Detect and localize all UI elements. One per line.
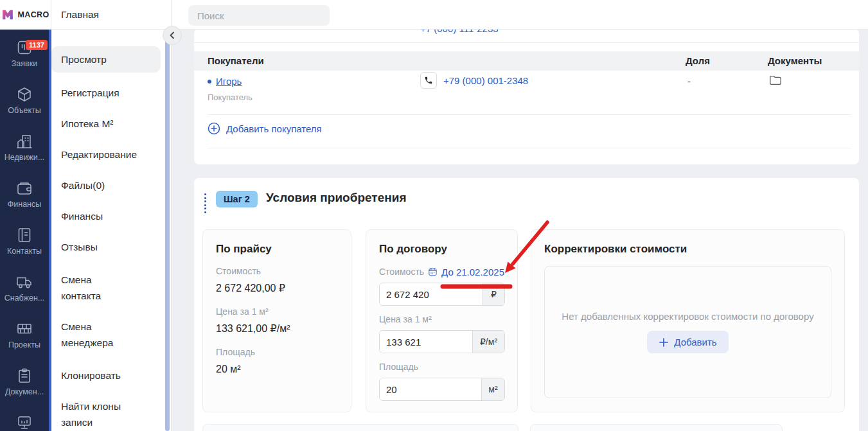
documents-icon bbox=[16, 367, 33, 384]
divider bbox=[194, 42, 859, 43]
field-label: Цена за 1 м² bbox=[216, 306, 338, 317]
card-title: Корректировки стоимости bbox=[544, 243, 831, 256]
cost-input[interactable] bbox=[380, 283, 483, 305]
column-buyers: Покупатели bbox=[208, 51, 264, 71]
bullet-dot-icon bbox=[208, 80, 211, 84]
phone-icon[interactable] bbox=[420, 72, 437, 89]
unit-ruble-per-m2: ₽/м² bbox=[472, 331, 504, 353]
buyer-name-link[interactable]: Игорь bbox=[208, 76, 242, 87]
unit-m2: м² bbox=[481, 378, 504, 400]
sidebar-item-kontakty[interactable]: Контакты bbox=[0, 227, 49, 265]
field-label: Площадь bbox=[216, 347, 338, 357]
plus-circle-icon bbox=[208, 122, 220, 135]
search-input[interactable] bbox=[188, 10, 329, 21]
card-title: По прайсу bbox=[216, 243, 338, 256]
content-area: +7 (000) 111-2233 Покупатели Доля Докуме… bbox=[172, 30, 868, 431]
macro-logo-icon bbox=[1, 9, 14, 21]
cost-input-group: ₽ bbox=[379, 283, 505, 306]
plus-icon bbox=[659, 337, 669, 347]
menu-item-otzyvy[interactable]: Отзывы bbox=[51, 236, 131, 258]
sidebar-item-nedvizhimost[interactable]: Недвижи... bbox=[0, 133, 49, 172]
area-input[interactable] bbox=[380, 378, 481, 400]
area-input-group: м² bbox=[379, 378, 505, 401]
sidebar-item-dokumenty[interactable]: Докумен... bbox=[0, 367, 49, 406]
column-share: Доля bbox=[686, 51, 710, 71]
buyer-phone-cell: +79 (000) 001-2348 bbox=[420, 72, 528, 89]
field-label: Стоимость bbox=[216, 266, 338, 276]
count-badge: 1137 bbox=[26, 40, 48, 50]
add-adjustment-button[interactable]: Добавить bbox=[647, 331, 728, 353]
menu-item-ipoteka[interactable]: Ипотека М² bbox=[51, 113, 131, 134]
field-value: 20 м² bbox=[216, 363, 338, 376]
sidebar-item-objekty[interactable]: Объекты bbox=[0, 86, 49, 125]
pi-icon bbox=[16, 414, 33, 431]
empty-state-text: Нет добавленных корректировок стоимости … bbox=[562, 311, 813, 322]
record-menu: Просмотр Регистрация Ипотека М² Редактир… bbox=[51, 30, 171, 431]
price-per-m2-input-group: ₽/м² bbox=[379, 330, 505, 353]
sidebar-item-snabzhenie[interactable]: Снабжен... bbox=[0, 274, 49, 312]
cost-label-row: Стоимость До 21.02.2025 bbox=[379, 266, 504, 277]
add-buyer-button[interactable]: Добавить покупателя bbox=[208, 122, 322, 135]
sidebar-item-zayavki[interactable]: 1137 Заявки bbox=[0, 39, 49, 78]
app-logo[interactable]: MACRO bbox=[0, 0, 51, 30]
sidebar-item-pi[interactable]: ПИ bbox=[0, 414, 49, 431]
menu-item-najti-klony[interactable]: Найти клоны записи bbox=[51, 396, 131, 431]
topbar bbox=[172, 0, 868, 30]
price-per-m2-input[interactable] bbox=[380, 331, 472, 353]
chevron-left-icon bbox=[168, 31, 177, 40]
buyers-card: +7 (000) 111-2233 Покупатели Доля Докуме… bbox=[194, 30, 859, 164]
contract-card: По договору Стоимость До 21.02.2025 ₽ Це… bbox=[366, 229, 518, 412]
price-list-card: По прайсу Стоимость 2 672 420,00 ₽ Цена … bbox=[202, 229, 351, 412]
search-box bbox=[188, 5, 330, 26]
folder-icon[interactable] bbox=[768, 73, 783, 90]
realty-icon bbox=[16, 133, 33, 150]
menu-item-registraciya[interactable]: Регистрация bbox=[51, 82, 131, 103]
field-label: Стоимость bbox=[379, 267, 424, 277]
sidebar-item-proekty[interactable]: Проекты bbox=[0, 321, 49, 359]
adjustments-card: Корректировки стоимости Нет добавленных … bbox=[531, 229, 845, 412]
main-area: +7 (000) 111-2233 Покупатели Доля Докуме… bbox=[172, 0, 868, 431]
brand-name: MACRO bbox=[17, 10, 49, 19]
buyer-phone-link[interactable]: +79 (000) 001-2348 bbox=[443, 75, 528, 86]
menu-item-finansy[interactable]: Финансы bbox=[51, 206, 131, 227]
valid-until-date-link[interactable]: До 21.02.2025 bbox=[441, 267, 504, 277]
submenu-scrollbar[interactable] bbox=[165, 35, 170, 431]
contacts-icon bbox=[16, 227, 33, 243]
projects-icon bbox=[16, 321, 33, 337]
field-label: Площадь bbox=[379, 362, 504, 372]
conditions-row: По прайсу Стоимость 2 672 420,00 ₽ Цена … bbox=[202, 229, 845, 412]
menu-item-prosmotr[interactable]: Просмотр bbox=[51, 46, 161, 73]
buyer-role: Покупатель bbox=[208, 92, 252, 102]
rail-nav: 1137 Заявки Объекты Недвижи... Финансы К… bbox=[0, 30, 51, 431]
divider bbox=[208, 114, 851, 115]
step-2-card: Шаг 2 Условия приобретения По прайсу Сто… bbox=[194, 178, 859, 431]
kebab-menu-icon[interactable] bbox=[203, 192, 208, 215]
sidebar-item-finansy[interactable]: Финансы bbox=[0, 180, 49, 218]
contact-phone-link[interactable]: +7 (000) 111-2233 bbox=[420, 30, 499, 36]
menu-item-smena-kontakta[interactable]: Смена контакта bbox=[51, 269, 131, 306]
menu-item-smena-menedzhera[interactable]: Смена менеджера bbox=[51, 316, 131, 353]
divider bbox=[208, 148, 851, 148]
objects-icon bbox=[16, 86, 33, 103]
buyers-table-header: Покупатели Доля Документы bbox=[194, 51, 859, 71]
menu-item-redaktirovanie[interactable]: Редактирование bbox=[51, 144, 131, 165]
next-card-partial bbox=[530, 424, 783, 431]
collapse-sidebar-button[interactable] bbox=[163, 26, 182, 45]
field-value: 133 621,00 ₽/м² bbox=[216, 322, 338, 335]
step-badge: Шаг 2 bbox=[216, 191, 258, 207]
share-value: - bbox=[687, 76, 691, 87]
tab-glavnaya[interactable]: Главная bbox=[51, 0, 171, 30]
next-card-partial bbox=[202, 424, 518, 431]
finance-icon bbox=[16, 180, 33, 197]
field-label: Цена за 1 м² bbox=[379, 314, 504, 324]
adjustments-empty-state: Нет добавленных корректировок стоимости … bbox=[544, 266, 831, 398]
menu-item-klonirovat[interactable]: Клонировать bbox=[51, 365, 131, 386]
column-documents: Документы bbox=[768, 51, 822, 71]
menu-item-fajly[interactable]: Файлы(0) bbox=[51, 175, 131, 196]
section-title: Условия приобретения bbox=[266, 191, 406, 205]
card-title: По договору bbox=[379, 243, 504, 256]
calendar-icon[interactable] bbox=[428, 266, 438, 277]
secondary-sidebar: Главная Просмотр Регистрация Ипотека М² … bbox=[51, 0, 172, 431]
unit-ruble: ₽ bbox=[483, 283, 504, 305]
supply-icon bbox=[16, 274, 33, 290]
